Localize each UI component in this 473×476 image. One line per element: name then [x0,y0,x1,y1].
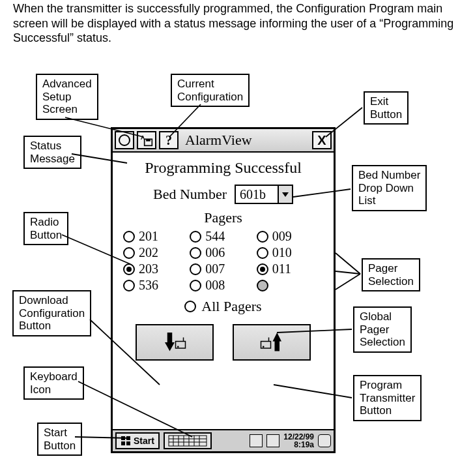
pager-option-011[interactable]: 011 [257,261,323,276]
svg-rect-16 [169,436,207,446]
radio-icon [123,263,135,275]
advanced-setup-icon: A [140,134,153,147]
radio-icon [190,247,201,259]
pagers-heading: Pagers [113,209,334,226]
radio-icon [257,247,268,259]
titlebar: A ? AlarmView X [113,129,334,153]
bed-number-row: Bed Number 601b [113,185,334,204]
pager-label: 010 [272,245,292,260]
keyboard-icon [168,435,207,447]
svg-rect-5 [175,342,185,349]
pager-label: 008 [205,278,225,293]
current-config-button[interactable]: ? [159,131,179,149]
tray-icon-1[interactable] [250,434,263,447]
radio-icon [123,247,135,259]
taskbar-clock: 12/22/99 8:19a [283,433,314,449]
config-program-window: A ? AlarmView X Programming Successful B… [111,127,336,453]
pager-option-008[interactable]: 008 [190,278,256,293]
logo-button[interactable] [115,131,134,149]
pager-option-010[interactable]: 010 [257,245,323,260]
start-button[interactable]: Start [115,432,160,449]
chevron-down-icon [278,186,292,203]
tray-icon-2[interactable] [266,434,280,447]
all-pagers-label: All Pagers [201,298,261,315]
pager-label: 007 [205,261,225,276]
svg-rect-2 [146,139,150,141]
pager-label: 011 [272,261,291,276]
pager-option-empty [257,278,323,293]
svg-line-33 [336,274,360,290]
pager-option-536[interactable]: 536 [123,278,190,293]
svg-point-6 [177,346,179,348]
logo-icon [119,134,130,146]
pager-label: 202 [139,245,158,260]
taskbar: Start 12/22/99 8:19a [113,429,334,451]
status-message: Programming Successful [113,159,334,177]
svg-rect-12 [121,436,125,440]
pager-option-006[interactable]: 006 [190,245,256,260]
callout-bed-dropdown: Bed Number Drop Down List [352,165,427,211]
callout-advanced-setup: Advanced Setup Screen [36,74,98,120]
question-icon: ? [165,133,172,148]
pager-option-201[interactable]: 201 [123,229,190,244]
window-title: AlarmView [181,132,309,149]
download-arrow-icon [163,331,186,354]
radio-icon [184,301,196,312]
svg-marker-11 [273,333,282,351]
callout-start-button: Start Button [37,423,82,456]
all-pagers-option[interactable]: All Pagers [113,298,334,315]
pager-label: 006 [205,245,225,260]
callout-radio-button: Radio Button [23,212,68,245]
radio-icon [257,231,268,243]
radio-icon [123,231,135,243]
svg-rect-14 [121,441,125,445]
callout-pager-selection: Pager Selection [362,258,420,291]
pager-label: 536 [139,278,158,293]
download-config-button[interactable] [136,324,214,361]
pager-label: 009 [272,229,292,244]
pager-label: 544 [205,229,225,244]
exit-button[interactable]: X [312,131,332,149]
close-icon: X [317,133,326,148]
svg-marker-4 [165,333,175,351]
bed-number-value: 601b [236,187,278,202]
pager-option-202[interactable]: 202 [123,245,190,260]
svg-line-31 [336,253,360,274]
pager-option-544[interactable]: 544 [190,229,256,244]
svg-line-32 [336,271,360,274]
radio-icon [190,231,201,243]
svg-rect-8 [261,342,271,349]
pager-option-009[interactable]: 009 [257,229,323,244]
pager-grid: 201544009202006010203007011536008 [113,229,334,293]
svg-marker-3 [282,192,289,197]
pager-label: 203 [139,261,158,276]
svg-point-9 [263,346,265,348]
callout-exit-button: Exit Button [364,91,408,125]
bed-number-label: Bed Number [153,186,227,203]
callout-keyboard-icon: Keyboard Icon [23,366,84,400]
callout-current-config: Current Configuration [171,74,250,107]
upload-arrow-icon [260,331,283,354]
svg-rect-13 [126,436,130,440]
radio-icon [123,280,135,291]
callout-download-cfg: Download Configuration Button [12,290,91,336]
home-icon[interactable] [318,434,331,447]
advanced-setup-button[interactable]: A [137,131,156,149]
pager-label: 201 [139,229,158,244]
radio-icon [257,280,268,291]
callout-status-message: Status Message [23,136,81,169]
intro-paragraph: When the transmitter is successfully pro… [13,1,463,46]
keyboard-button[interactable] [164,432,212,449]
pager-option-007[interactable]: 007 [190,261,256,276]
system-tray: 12/22/99 8:19a [250,433,331,449]
svg-rect-15 [126,441,130,445]
radio-icon [190,280,201,291]
program-transmitter-button[interactable] [233,324,311,361]
start-icon [121,436,131,446]
radio-icon [190,263,201,275]
callout-program-tx: Program Transmitter Button [353,375,422,421]
pager-option-203[interactable]: 203 [123,261,190,276]
radio-icon [257,263,268,275]
start-label: Start [134,436,154,446]
bed-number-dropdown[interactable]: 601b [235,185,293,204]
